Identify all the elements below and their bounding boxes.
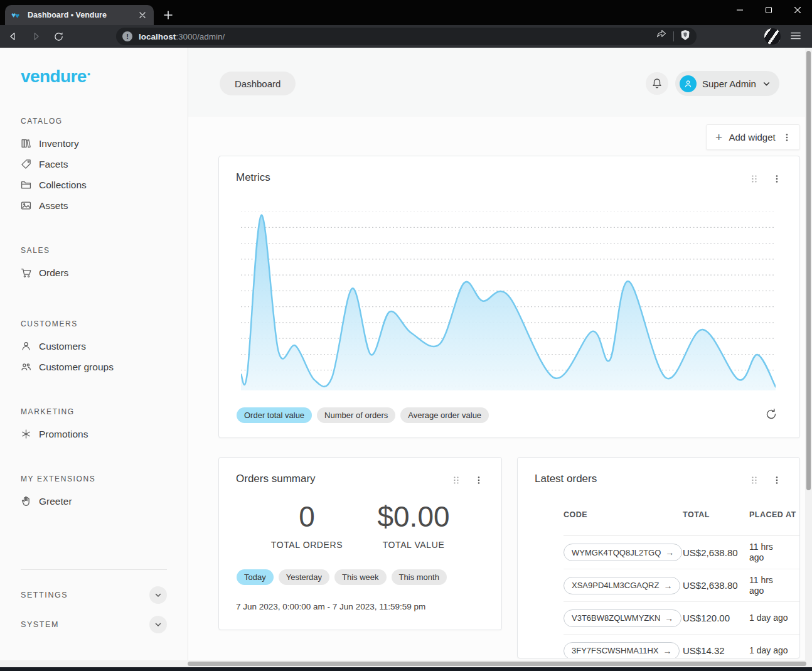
drag-handle-icon[interactable] <box>749 475 759 485</box>
browser-window: ♥♥ Dashboard • Vendure <box>0 0 812 671</box>
main-content: Dashboard Super Admin + Add widget <box>188 48 812 660</box>
brave-shields-icon[interactable] <box>680 30 690 43</box>
tab-average-order-value[interactable]: Average order value <box>400 407 489 423</box>
kebab-menu-icon[interactable] <box>772 174 782 184</box>
sidebar: vendure● CATALOG Inventory Facets Collec… <box>0 48 188 660</box>
vertical-scrollbar-thumb[interactable] <box>806 51 811 490</box>
url-host: localhost <box>139 32 176 41</box>
tab-order-total-value[interactable]: Order total value <box>237 407 312 423</box>
sidebar-item-facets[interactable]: Facets <box>0 154 188 174</box>
sidebar-item-collections[interactable]: Collections <box>0 174 188 195</box>
site-info-icon[interactable]: ! <box>122 31 132 41</box>
filter-yesterday[interactable]: Yesterday <box>279 569 329 585</box>
order-code-link[interactable]: XSA9PD4LM3CGAQRZ→ <box>564 577 680 594</box>
reload-button-icon[interactable] <box>49 27 68 46</box>
filter-today[interactable]: Today <box>237 569 274 585</box>
window-maximize-button[interactable] <box>754 0 783 20</box>
browser-menu-icon[interactable] <box>789 30 804 43</box>
window-close-button[interactable] <box>783 0 812 20</box>
order-code-link[interactable]: 3FY7FSCWSHMA11HX→ <box>564 642 680 659</box>
browser-tab[interactable]: ♥♥ Dashboard • Vendure <box>5 5 154 25</box>
table-row: 3FY7FSCWSHMA11HX→ US$14.32 1 day ago <box>564 634 799 658</box>
tab-close-icon[interactable] <box>137 10 147 20</box>
kebab-menu-icon[interactable] <box>772 475 782 485</box>
customer-groups-icon <box>21 362 31 372</box>
order-code-link[interactable]: WYMGK4TQQ8JL2TGQ→ <box>564 544 682 561</box>
back-button-icon[interactable] <box>4 27 23 46</box>
share-icon[interactable] <box>656 30 667 43</box>
add-widget-button[interactable]: + Add widget <box>706 124 800 150</box>
section-label-my-extensions: MY EXTENSIONS <box>21 475 188 483</box>
horizontal-scrollbar-thumb[interactable] <box>188 662 806 666</box>
order-total: US$2,638.80 <box>683 547 749 558</box>
order-total: US$120.00 <box>683 613 749 623</box>
inventory-icon <box>21 138 31 149</box>
section-label-customers: CUSTOMERS <box>21 319 188 328</box>
user-avatar <box>680 75 697 92</box>
total-value-stat: $0.00 TOTAL VALUE <box>360 500 467 550</box>
url-text: localhost:3000/admin/ <box>139 32 225 41</box>
sidebar-item-assets[interactable]: Assets <box>0 195 188 216</box>
table-row: WYMGK4TQQ8JL2TGQ→ US$2,638.80 11 hrs ago <box>564 536 799 569</box>
horizontal-scrollbar[interactable] <box>0 660 812 667</box>
greeter-hand-icon <box>21 496 31 507</box>
filter-this-week[interactable]: This week <box>334 569 387 585</box>
orders-summary-title: Orders summary <box>236 473 316 485</box>
summary-filters: Today Yesterday This week This month <box>237 569 447 585</box>
drag-handle-icon[interactable] <box>451 475 461 485</box>
section-label-marketing: MARKETING <box>21 407 188 416</box>
sidebar-item-inventory[interactable]: Inventory <box>0 133 188 154</box>
arrow-right-icon: → <box>665 613 673 623</box>
summary-date-range: 7 Jun 2023, 0:00:00 am - 7 Jun 2023, 11:… <box>236 602 425 611</box>
kebab-menu-icon[interactable] <box>474 475 484 485</box>
sidebar-settings-toggle[interactable]: SETTINGS <box>21 586 167 604</box>
sidebar-item-orders[interactable]: Orders <box>0 262 188 283</box>
order-code-link[interactable]: V3T6BW8ZQLWMYZKN→ <box>564 609 681 627</box>
refresh-button[interactable] <box>763 406 779 422</box>
chevron-down-icon[interactable] <box>149 616 167 633</box>
toolbar-divider <box>673 31 674 41</box>
sidebar-system-toggle[interactable]: SYSTEM <box>21 616 167 633</box>
latest-orders-title: Latest orders <box>535 473 597 485</box>
drag-handle-icon[interactable] <box>749 174 759 184</box>
kebab-menu-icon[interactable] <box>782 132 792 142</box>
forward-button-icon[interactable] <box>26 27 45 46</box>
sidebar-item-customers[interactable]: Customers <box>0 336 188 357</box>
table-header-row: CODE TOTAL PLACED AT <box>564 510 799 536</box>
browser-profile-avatar[interactable] <box>764 28 781 45</box>
window-minimize-button[interactable] <box>725 0 754 20</box>
vendure-logo[interactable]: vendure● <box>21 67 188 87</box>
user-menu[interactable]: Super Admin <box>675 71 779 96</box>
sidebar-item-greeter[interactable]: Greeter <box>0 491 188 512</box>
order-placed-at: 11 hrs ago <box>749 542 799 563</box>
browser-tab-strip: ♥♥ Dashboard • Vendure <box>0 0 812 25</box>
metrics-tabs: Order total value Number of orders Avera… <box>237 407 489 423</box>
vertical-scrollbar[interactable] <box>805 48 812 660</box>
latest-orders-table: CODE TOTAL PLACED AT WYMGK4TQQ8JL2TGQ→ U… <box>564 510 799 658</box>
table-row: V3T6BW8ZQLWMYZKN→ US$120.00 1 day ago <box>564 601 799 634</box>
metrics-chart-svg <box>241 212 776 390</box>
summary-stats: 0 TOTAL ORDERS $0.00 TOTAL VALUE <box>219 500 501 550</box>
facets-icon <box>21 159 31 169</box>
order-total: US$2,638.80 <box>683 580 749 591</box>
notifications-button[interactable] <box>646 72 668 95</box>
chevron-down-icon <box>762 80 771 88</box>
plus-icon: + <box>715 131 722 143</box>
sidebar-item-promotions[interactable]: Promotions <box>0 424 188 444</box>
metrics-widget: Metrics Order total value Number of orde… <box>218 156 800 438</box>
url-bar[interactable]: ! localhost:3000/admin/ <box>116 28 697 45</box>
section-label-sales: SALES <box>21 246 188 255</box>
breadcrumb[interactable]: Dashboard <box>220 72 296 95</box>
new-tab-button[interactable] <box>161 8 176 23</box>
order-placed-at: 1 day ago <box>749 613 799 623</box>
chevron-down-icon[interactable] <box>149 586 167 604</box>
arrow-right-icon: → <box>663 646 671 656</box>
metrics-title: Metrics <box>236 171 270 184</box>
tab-number-of-orders[interactable]: Number of orders <box>317 407 395 423</box>
customer-icon <box>21 341 31 352</box>
column-code: CODE <box>564 510 683 519</box>
promotions-icon <box>21 429 31 439</box>
column-placed-at: PLACED AT <box>749 510 799 519</box>
sidebar-item-customer-groups[interactable]: Customer groups <box>0 357 188 377</box>
filter-this-month[interactable]: This month <box>392 569 447 585</box>
